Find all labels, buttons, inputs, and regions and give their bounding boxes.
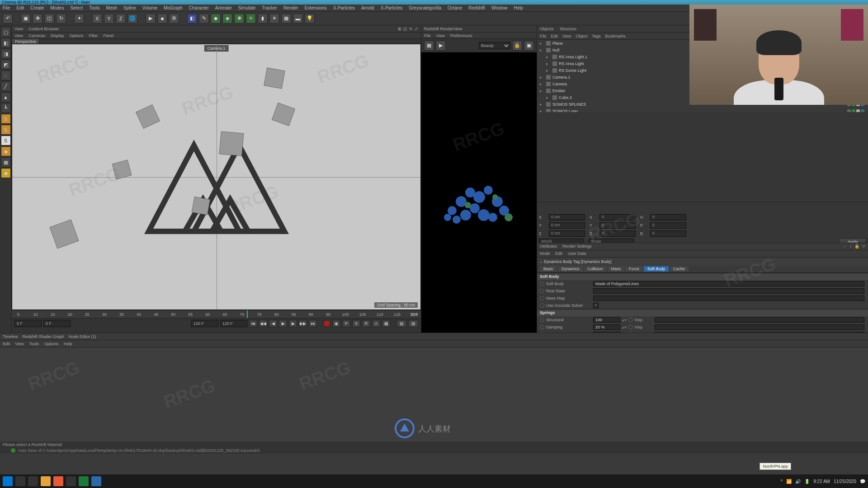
camera-icon[interactable]: ▮ xyxy=(258,14,268,23)
menu-mesh[interactable]: Mesh xyxy=(106,5,117,10)
spinner-icon[interactable]: ▴▾ xyxy=(622,325,627,329)
render-settings-icon[interactable]: ⚙ xyxy=(169,14,179,23)
play-icon[interactable]: ▶ xyxy=(279,320,287,327)
render-lock-icon[interactable]: 🔒 xyxy=(512,41,522,51)
start-frame[interactable]: 0 F xyxy=(14,320,42,327)
render-pv-icon[interactable]: ■ xyxy=(157,14,167,23)
vp-nav-icon[interactable]: ⤢ xyxy=(415,27,418,31)
menu-character[interactable]: Character xyxy=(189,5,209,10)
obj-menu-object[interactable]: Object xyxy=(576,34,587,38)
menu-tools[interactable]: Tools xyxy=(89,5,99,10)
edges-icon[interactable]: ╱ xyxy=(1,81,11,91)
view-menu-cameras[interactable]: Cameras xyxy=(28,33,45,38)
deformer-icon[interactable]: ◈ xyxy=(222,14,232,23)
obj-menu-edit[interactable]: Edit xyxy=(551,34,558,38)
coord-x[interactable]: 0 cm xyxy=(549,214,585,221)
explorer-icon[interactable] xyxy=(41,476,51,486)
model-mode-icon[interactable]: ◧ xyxy=(1,38,11,48)
system-time[interactable]: 9:22 AM xyxy=(813,479,830,484)
tray-chevron-icon[interactable]: ^ xyxy=(781,479,783,484)
shader-menu-view[interactable]: View xyxy=(15,342,24,346)
tweak-icon[interactable]: ◆ xyxy=(1,168,11,178)
start-button[interactable] xyxy=(3,476,13,486)
view-tab-content[interactable]: Content Browser xyxy=(28,27,59,31)
menu-extensions[interactable]: Extensions xyxy=(305,5,327,10)
fcurve-icon[interactable]: ▥ xyxy=(408,320,418,327)
snap2-icon[interactable]: S xyxy=(1,125,11,135)
menu-octane[interactable]: Octane xyxy=(448,5,462,10)
param-bullet[interactable] xyxy=(540,325,544,329)
expand-icon[interactable]: ▸ xyxy=(540,48,544,52)
obj-menu-bookmarks[interactable]: Bookmarks xyxy=(605,34,625,38)
object-row[interactable]: ▸SOMOS Logo xyxy=(537,108,868,112)
menu-spline[interactable]: Spline xyxy=(123,5,136,10)
shader-menu-edit[interactable]: Edit xyxy=(3,342,10,346)
timeline-ruler[interactable]: 5101520253035404550556065707580859095100… xyxy=(12,310,421,319)
render-play-icon[interactable]: ▶ xyxy=(436,41,446,51)
attr-filter-icon[interactable]: ▽ xyxy=(862,244,865,249)
attr-menu-user-data[interactable]: User Data xyxy=(568,251,586,256)
move-icon[interactable]: ✥ xyxy=(33,14,42,23)
shader-canvas[interactable]: RRCG RRCG RRCG 人人素材 xyxy=(0,347,868,441)
param-bullet[interactable] xyxy=(540,296,544,300)
view-menu-display[interactable]: Display xyxy=(51,33,64,38)
subtab-basic[interactable]: Basic xyxy=(540,266,557,272)
menu-x-particles[interactable]: X-Particles xyxy=(333,5,355,10)
subtab-cache[interactable]: Cache xyxy=(670,266,689,272)
record-icon[interactable] xyxy=(323,320,330,327)
floor-icon[interactable]: ▬ xyxy=(293,14,303,23)
param-dropdown[interactable]: Made of Polygons/Lines xyxy=(593,281,864,286)
key-a-icon[interactable]: A xyxy=(372,320,380,327)
task-view-icon[interactable] xyxy=(28,476,38,486)
menu-animate[interactable]: Animate xyxy=(215,5,232,10)
attr-menu-mode[interactable]: Mode xyxy=(540,251,550,256)
texture-mode-icon[interactable]: ◨ xyxy=(1,49,11,59)
world-icon[interactable]: 🌐 xyxy=(127,14,137,23)
subtab-force[interactable]: Force xyxy=(625,266,643,272)
param-bullet[interactable] xyxy=(540,289,544,293)
tab-node-editor[interactable]: Node Editor (1) xyxy=(69,334,96,339)
menu-simulate[interactable]: Simulate xyxy=(238,5,255,10)
expand-icon[interactable]: ▸ xyxy=(546,55,551,59)
next-key-icon[interactable]: ▶▶ xyxy=(299,320,307,327)
windows-taskbar[interactable]: ^ 📶 🔊 🔋 9:22 AM 11/25/2020 💬 xyxy=(0,474,868,488)
range-end[interactable]: 120 F xyxy=(220,320,247,327)
view-menu-panel[interactable]: Panel xyxy=(103,33,113,38)
map-bullet[interactable] xyxy=(628,318,633,322)
map-field[interactable] xyxy=(655,317,864,323)
coord-h[interactable]: 0 xyxy=(650,214,686,221)
coord-sz[interactable]: 0 xyxy=(599,230,636,237)
view-menu-filter[interactable]: Filter xyxy=(89,33,98,38)
param-bullet[interactable] xyxy=(540,303,544,308)
menu-select[interactable]: Select xyxy=(70,5,83,10)
menu-modes[interactable]: Modes xyxy=(50,5,64,10)
coord-z[interactable]: 0 cm xyxy=(549,230,585,237)
shader-menu-help[interactable]: Help xyxy=(64,342,72,346)
app-icon[interactable] xyxy=(66,476,76,486)
obj-menu-tags[interactable]: Tags xyxy=(592,34,600,38)
tab-shader-graph[interactable]: Redshift Shader Graph xyxy=(23,334,64,339)
expand-icon[interactable]: ▸ xyxy=(540,75,544,80)
menu-mograph[interactable]: MoGraph xyxy=(164,5,183,10)
shader-menu-tools[interactable]: Tools xyxy=(29,342,39,346)
expand-icon[interactable]: ▸ xyxy=(546,68,551,73)
attr-lock-icon[interactable]: 🔒 xyxy=(854,244,859,249)
prev-key-icon[interactable]: ◀◀ xyxy=(259,320,267,327)
expand-icon[interactable]: ▸ xyxy=(540,102,544,107)
tab-structure[interactable]: Structure xyxy=(560,27,577,31)
render-view-icon[interactable]: ▶ xyxy=(146,14,156,23)
viewport-solo-icon[interactable]: ▦ xyxy=(1,157,11,167)
param-bullet[interactable] xyxy=(540,318,544,322)
menu-arnold[interactable]: Arnold xyxy=(361,5,374,10)
attr-back-icon[interactable]: ← xyxy=(843,244,847,249)
subtab-soft-body[interactable]: Soft Body xyxy=(644,266,669,272)
playhead[interactable] xyxy=(247,310,248,318)
render-aov-select[interactable]: Beauty xyxy=(479,42,510,49)
render-menu-preferences[interactable]: Preferences xyxy=(450,33,472,38)
expand-icon[interactable]: ▸ xyxy=(540,82,544,86)
undo-icon[interactable]: ↶ xyxy=(3,14,13,23)
param-checkbox[interactable]: ✓ xyxy=(593,303,599,308)
param-value[interactable]: 100 xyxy=(593,317,620,323)
vp-nav-icon[interactable]: ↻ xyxy=(409,27,413,31)
scale-icon[interactable]: ◫ xyxy=(44,14,54,23)
